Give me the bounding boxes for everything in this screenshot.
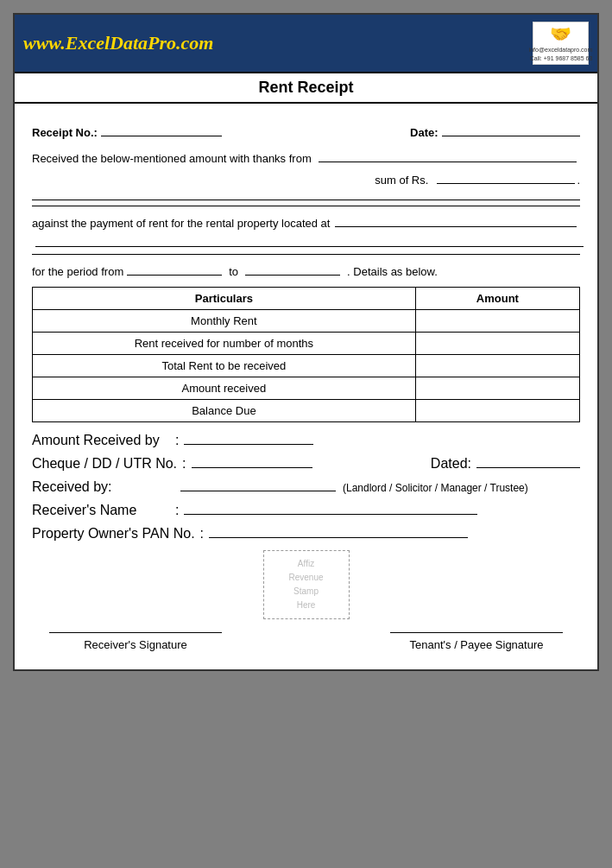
- colon-1: :: [175, 433, 179, 448]
- para-part1: Received the below-mentioned amount with…: [32, 149, 312, 168]
- sum-label: sum of Rs.: [375, 170, 428, 190]
- table-header-amount: Amount: [415, 287, 579, 309]
- paragraph-line2: sum of Rs. .: [32, 170, 580, 190]
- period-from-field[interactable]: [127, 262, 222, 276]
- receipt-meta-row: Receipt No.: Date:: [32, 123, 580, 140]
- cheque-label: Cheque / DD / UTR No.: [32, 456, 177, 472]
- divider-2: [32, 206, 580, 206]
- table-row: Balance Due: [33, 399, 580, 421]
- address-field[interactable]: [335, 213, 577, 227]
- cheque-field[interactable]: [192, 454, 312, 468]
- row-amount-received-amount[interactable]: [415, 377, 579, 399]
- table-row: Total Rent to be received: [33, 354, 580, 377]
- table-row: Monthly Rent: [33, 309, 580, 332]
- receivers-name-row: Receiver's Name :: [32, 501, 580, 518]
- pan-field[interactable]: [209, 524, 468, 538]
- dated-section: Dated:: [431, 454, 580, 472]
- row-monthly-rent-label: Monthly Rent: [33, 309, 416, 332]
- amount-received-by-row: Amount Received by :: [32, 431, 580, 448]
- tenant-signature-block: Tenant's / Payee Signature: [373, 632, 580, 652]
- address-prefix: against the payment of rent for the rent…: [32, 217, 330, 230]
- receipt-no-label: Receipt No.:: [32, 126, 98, 139]
- row-amount-received-label: Amount received: [33, 377, 416, 399]
- received-by-suffix: (Landlord / Solicitor / Manager / Truste…: [343, 482, 528, 494]
- address-field-2[interactable]: [35, 233, 584, 247]
- pan-row: Property Owner's PAN No. :: [32, 524, 580, 542]
- row-balance-due-amount[interactable]: [415, 399, 579, 421]
- document-header: www.ExcelDataPro.com 🤝 info@exceldatapro…: [15, 15, 597, 72]
- row-total-rent-label: Total Rent to be received: [33, 354, 416, 377]
- pan-label: Property Owner's PAN No.: [32, 526, 195, 542]
- date-field: Date:: [410, 123, 580, 140]
- contact-info: info@exceldatapro.com Call: +91 9687 858…: [529, 46, 593, 63]
- handshake-icon: 🤝: [550, 23, 571, 44]
- colon-4: :: [175, 503, 179, 518]
- date-value[interactable]: [442, 123, 580, 136]
- colon-5: :: [200, 526, 204, 542]
- row-rent-months-amount[interactable]: [415, 332, 579, 354]
- cheque-row: Cheque / DD / UTR No. : Dated:: [32, 454, 580, 472]
- cheque-dated-field[interactable]: [476, 454, 580, 468]
- date-label: Date:: [410, 126, 438, 139]
- paragraph-line1: Received the below-mentioned amount with…: [32, 149, 580, 168]
- colon-2: :: [182, 456, 186, 472]
- row-monthly-rent-amount[interactable]: [415, 309, 579, 332]
- receiver-signature-label: Receiver's Signature: [84, 638, 187, 651]
- document-title: Rent Receipt: [15, 72, 597, 104]
- received-by-label: Received by:: [32, 479, 170, 495]
- row-balance-due-label: Balance Due: [33, 399, 416, 421]
- period-suffix: . Details as below.: [347, 265, 438, 278]
- main-content: Receipt No.: Date: Received the below-me…: [15, 104, 597, 669]
- table-row: Amount received: [33, 377, 580, 399]
- stamp-text: AffizRevenueStampHere: [288, 557, 323, 612]
- received-by-field[interactable]: [180, 478, 336, 491]
- revenue-stamp-area: AffizRevenueStampHere: [263, 550, 350, 619]
- received-by-row: Received by: (Landlord / Solicitor / Man…: [32, 478, 580, 495]
- row-total-rent-amount[interactable]: [415, 354, 579, 377]
- tenant-signature-line: [390, 632, 563, 633]
- table-row: Rent received for number of months: [33, 332, 580, 354]
- address-block: against the payment of rent for the rent…: [32, 213, 580, 247]
- received-paragraph: Received the below-mentioned amount with…: [32, 149, 580, 191]
- period-to-field[interactable]: [245, 262, 340, 276]
- receiver-signature-line: [49, 632, 222, 633]
- website-title: www.ExcelDataPro.com: [23, 32, 213, 54]
- receiver-signature-block: Receiver's Signature: [32, 632, 239, 652]
- divider-1: [32, 200, 580, 200]
- row-rent-months-label: Rent received for number of months: [33, 332, 416, 354]
- receipt-no-value[interactable]: [101, 123, 222, 136]
- period-from-label: for the period from: [32, 265, 123, 278]
- amount-received-by-field[interactable]: [184, 431, 313, 445]
- divider-3: [32, 254, 580, 255]
- logo-box: 🤝 info@exceldatapro.com Call: +91 9687 8…: [533, 22, 589, 65]
- rent-receipt-document: www.ExcelDataPro.com 🤝 info@exceldatapro…: [13, 13, 599, 671]
- dated-label: Dated:: [431, 456, 471, 472]
- particulars-table: Particulars Amount Monthly Rent Rent rec…: [32, 287, 580, 422]
- amount-field[interactable]: [437, 170, 575, 184]
- receipt-no-field: Receipt No.:: [32, 123, 222, 140]
- payer-name-field[interactable]: [319, 149, 577, 162]
- receivers-name-field[interactable]: [184, 501, 477, 515]
- signature-row: Receiver's Signature Tenant's / Payee Si…: [32, 632, 580, 652]
- tenant-signature-label: Tenant's / Payee Signature: [410, 638, 544, 651]
- receivers-name-label: Receiver's Name: [32, 503, 170, 518]
- period-block: for the period from to . Details as belo…: [32, 262, 580, 278]
- table-header-particulars: Particulars: [33, 287, 416, 309]
- period-to-label: to: [229, 265, 238, 278]
- address-line: against the payment of rent for the rent…: [32, 213, 580, 230]
- amount-received-by-label: Amount Received by: [32, 433, 170, 448]
